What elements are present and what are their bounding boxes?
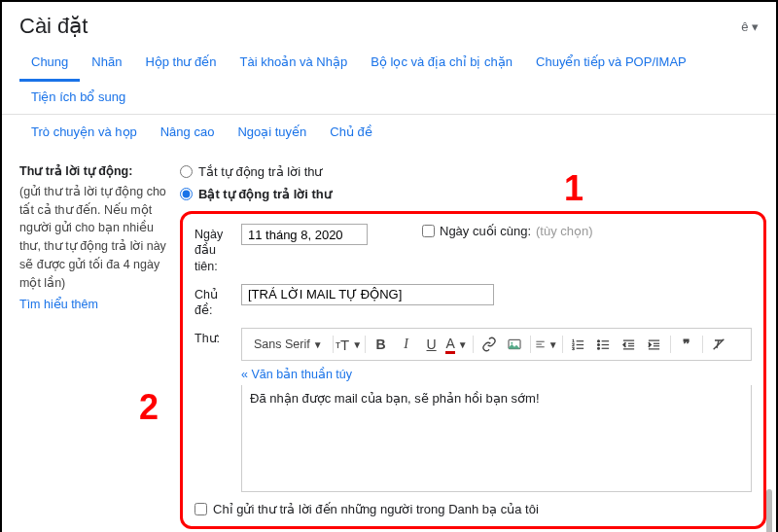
vacation-desc: (gửi thư trả lời tự động cho tất cả thư … (19, 183, 174, 293)
tabs-row-2: Trò chuyện và họp Nâng cao Ngoại tuyến C… (2, 115, 776, 149)
font-size-icon[interactable]: тT▼ (337, 333, 361, 356)
subject-label: Chủ đề: (194, 284, 235, 319)
text-color-icon[interactable]: A▼ (445, 333, 469, 356)
svg-text:3: 3 (572, 345, 575, 350)
radio-on-label[interactable]: Bật tự động trả lời thư (198, 187, 332, 201)
image-icon[interactable] (503, 333, 526, 356)
learn-more-link[interactable]: Tìm hiểu thêm (19, 296, 98, 314)
settings-menu[interactable]: ê ▾ (741, 19, 759, 34)
outdent-icon[interactable] (618, 333, 641, 356)
numbered-list-icon[interactable]: 123 (567, 333, 590, 356)
tab-labels[interactable]: Nhãn (80, 47, 133, 82)
remove-format-icon[interactable] (707, 333, 730, 356)
svg-point-15 (598, 343, 600, 345)
tab-inbox[interactable]: Hộp thư đến (133, 47, 228, 82)
vacation-title: Thư trả lời tự động: (19, 162, 174, 181)
indent-icon[interactable] (643, 333, 666, 356)
vacation-form: 2 Ngày đầu tiên: Ngày cuối cùng: (tùy ch… (180, 211, 766, 529)
tab-themes[interactable]: Chủ đề (318, 117, 383, 149)
link-icon[interactable] (477, 333, 501, 356)
subject-input[interactable] (241, 284, 494, 305)
align-icon[interactable]: ▼ (535, 333, 558, 356)
message-body[interactable]: Đã nhận được mail của bạn, sẽ phản hồi b… (241, 385, 752, 492)
tab-filters[interactable]: Bộ lọc và địa chỉ bị chặn (359, 47, 524, 82)
svg-point-1 (511, 342, 513, 344)
last-day-placeholder: (tùy chọn) (536, 224, 593, 238)
editor-toolbar: Sans Serif▼ тT▼ B I U A▼ (241, 328, 752, 361)
bullet-list-icon[interactable] (592, 333, 616, 356)
first-day-input[interactable] (241, 224, 368, 245)
tab-offline[interactable]: Ngoại tuyến (226, 117, 318, 149)
last-day-checkbox[interactable] (422, 225, 435, 237)
contacts-only-checkbox[interactable] (194, 503, 207, 515)
tab-accounts[interactable]: Tài khoản và Nhập (229, 47, 360, 82)
scrollbar-thumb[interactable] (766, 489, 772, 532)
underline-icon[interactable]: U (420, 333, 443, 356)
quote-icon[interactable]: ❞ (675, 333, 698, 356)
radio-off[interactable] (180, 165, 193, 178)
radio-off-label[interactable]: Tắt tự động trả lời thư (198, 164, 322, 179)
page-title: Cài đặt (19, 14, 88, 39)
italic-icon[interactable]: I (395, 333, 418, 356)
font-family-select[interactable]: Sans Serif▼ (248, 333, 329, 356)
tab-forwarding[interactable]: Chuyển tiếp và POP/IMAP (524, 47, 698, 82)
body-label: Thư: (194, 328, 235, 346)
contacts-only-label[interactable]: Chỉ gửi thư trả lời đến những người tron… (213, 502, 539, 516)
svg-point-14 (598, 340, 600, 342)
bold-icon[interactable]: B (370, 333, 393, 356)
tabs-row-1: Chung Nhãn Hộp thư đến Tài khoản và Nhập… (2, 47, 776, 115)
last-day-label: Ngày cuối cùng: (440, 224, 531, 238)
svg-point-16 (598, 347, 600, 349)
tab-general[interactable]: Chung (19, 47, 80, 82)
tab-chat[interactable]: Trò chuyện và họp (19, 117, 149, 149)
plain-text-link[interactable]: « Văn bản thuần túy (241, 367, 352, 381)
first-day-label: Ngày đầu tiên: (194, 224, 235, 274)
tab-addons[interactable]: Tiện ích bổ sung (19, 82, 137, 114)
radio-on[interactable] (180, 188, 193, 200)
tab-advanced[interactable]: Nâng cao (149, 117, 227, 149)
